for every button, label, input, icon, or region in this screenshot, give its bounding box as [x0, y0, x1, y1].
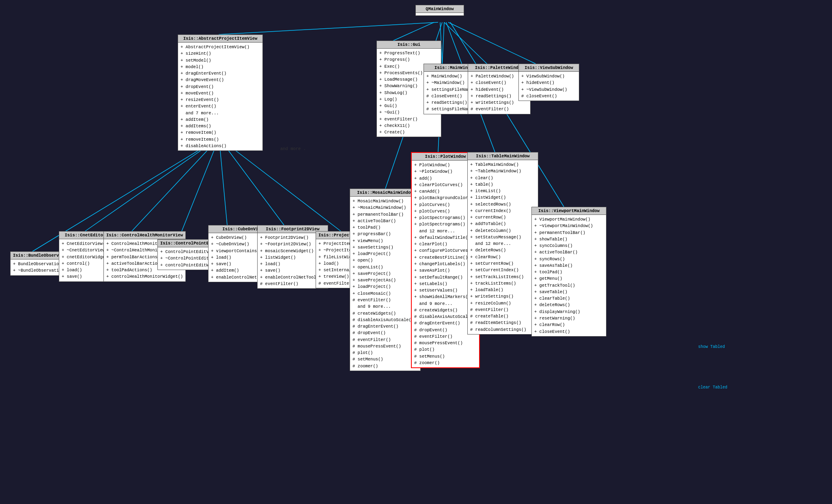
- table-main-window-title: Isis::TableMainWindow: [468, 152, 538, 160]
- qmainwindow-title: QMainWindow: [416, 5, 464, 13]
- mosaic-main-window-body: + MosaicMainWindow() + ~MosaicMainWindow…: [350, 197, 420, 371]
- qmainwindow-box: QMainWindow: [415, 5, 464, 16]
- viewport-main-window-body: + ViewportMainWindow() + ~ViewportMainWi…: [532, 215, 606, 336]
- abstract-project-item-view-box: Isis::AbstractProjectItemView + Abstract…: [178, 34, 263, 151]
- mosaic-main-window-title: Isis::MosaicMainWindow: [350, 189, 420, 197]
- svg-line-4: [448, 22, 535, 64]
- show-tabled-label: show Tabled: [698, 345, 725, 349]
- control-health-monitor-view-title: Isis::ControlHealthMonitorView: [104, 232, 185, 239]
- clear-tabled-label: clear Tabled: [698, 385, 727, 390]
- qmainwindow-body: [416, 13, 464, 15]
- svg-line-3: [444, 22, 487, 64]
- abstract-project-item-view-body: + AbstractProjectItemView() + sizeHint()…: [178, 43, 262, 150]
- viewport-main-window-title: Isis::ViewportMainWindow: [532, 207, 606, 215]
- diagram-container: QMainWindow Isis::AbstractProjectItemVie…: [0, 0, 832, 504]
- and-more-label: and more .: [280, 146, 306, 151]
- abstract-project-item-view-title: Isis::AbstractProjectItemView: [178, 35, 262, 43]
- gui-title: Isis::Gui: [377, 41, 441, 49]
- viewport-main-window-box: Isis::ViewportMainWindow + ViewportMainW…: [531, 207, 606, 337]
- view-sub-window-title: Isis::ViewSubWindow: [519, 64, 579, 72]
- table-main-window-box: Isis::TableMainWindow + TableMainWindow(…: [467, 152, 538, 335]
- svg-line-0: [219, 22, 438, 34]
- mosaic-main-window-box: Isis::MosaicMainWindow + MosaicMainWindo…: [350, 189, 421, 371]
- view-sub-window-box: Isis::ViewSubWindow + ViewSubWindow() + …: [518, 64, 579, 101]
- svg-line-13: [219, 138, 227, 225]
- svg-line-1: [393, 22, 434, 41]
- svg-line-14: [219, 138, 284, 225]
- svg-line-12: [178, 138, 219, 239]
- svg-line-10: [85, 138, 219, 231]
- svg-line-15: [219, 138, 341, 231]
- view-sub-window-body: + ViewSubWindow() + hideEvent() + ~ViewS…: [519, 72, 579, 101]
- svg-line-11: [132, 138, 219, 231]
- table-main-window-body: + TableMainWindow() + ~TableMainWindow()…: [468, 160, 538, 334]
